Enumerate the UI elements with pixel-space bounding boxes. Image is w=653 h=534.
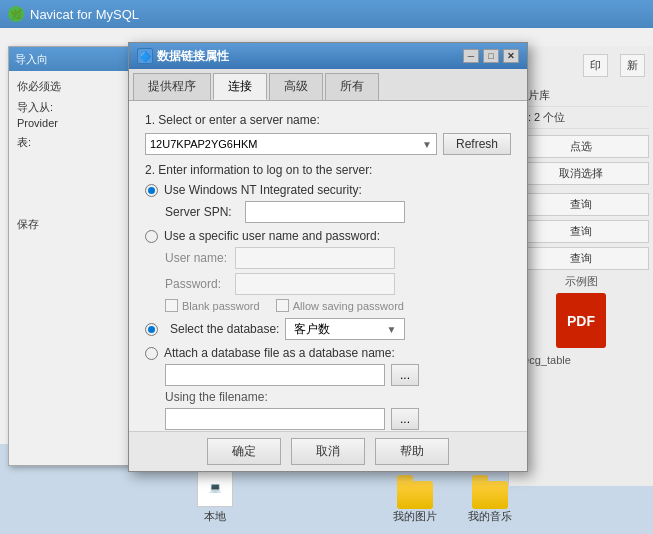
preview-label: 示例图 [513,274,649,289]
query2-btn[interactable]: 查询 [513,220,649,243]
radio-specific-user-label: Use a specific user name and password: [164,229,380,243]
radio-windows-nt[interactable] [145,184,158,197]
digit-count-label: 数: 2 个位 [513,107,649,129]
server-combo[interactable]: 12U7KPAP2YG6HKM ▼ [145,133,437,155]
spn-input[interactable] [245,201,405,223]
blank-password-item: Blank password [165,299,260,312]
navicat-icon: 🌿 [8,6,24,22]
radio-windows-nt-label: Use Windows NT Integrated security: [164,183,362,197]
query1-btn[interactable]: 查询 [513,193,649,216]
password-row: Password: [165,273,511,295]
attach-db-row: Attach a database file as a database nam… [145,346,511,360]
right-background-panel: 印 新 图片库 数: 2 个位 点选 取消选择 查询 查询 查询 示例图 PDF… [508,46,653,486]
filename-browse-btn[interactable]: ... [391,408,419,430]
allow-saving-checkbox[interactable] [276,299,289,312]
radio-attach-db[interactable] [145,347,158,360]
attach-db-label: Attach a database file as a database nam… [164,346,395,360]
username-row: User name: [165,247,511,269]
server-row: 12U7KPAP2YG6HKM ▼ Refresh [145,133,511,155]
db-row: Select the database: 客户数 ▼ [145,318,511,340]
connection-properties-dialog: 🔷 数据链接属性 ─ □ ✕ 提供程序 连接 高级 所有 1. Select o… [128,42,528,472]
server-combo-arrow: ▼ [422,139,432,150]
table-label: eecg_table [513,352,649,368]
filename-input[interactable] [165,408,385,430]
pdf-icon: PDF [556,293,606,348]
tab-bar: 提供程序 连接 高级 所有 [129,69,527,101]
spn-label: Server SPN: [165,205,245,219]
radio-windows-nt-row: Use Windows NT Integrated security: [145,183,511,197]
db-combo-arrow: ▼ [387,324,397,335]
allow-saving-label: Allow saving password [293,300,404,312]
desktop-icon-pictures: 我的图片 [380,481,450,524]
tab-provider[interactable]: 提供程序 [133,73,211,100]
tab-all[interactable]: 所有 [325,73,379,100]
select-db-label: Select the database: [170,322,279,336]
radio-select-db[interactable] [145,323,158,336]
navicat-title: Navicat for MySQL [30,7,139,22]
dialog-titlebar: 🔷 数据链接属性 ─ □ ✕ [129,43,527,69]
server-value: 12U7KPAP2YG6HKM [150,138,257,150]
import-from-label: 导入从: [17,101,53,113]
allow-saving-item: Allow saving password [276,299,404,312]
help-btn[interactable]: 帮助 [375,438,449,465]
minimize-btn[interactable]: ─ [463,49,479,63]
browse-btn[interactable]: ... [391,364,419,386]
filename-label: Using the filename: [165,390,285,404]
section1-label: 1. Select or enter a server name: [145,113,511,127]
username-input[interactable] [235,247,395,269]
filename-row: Using the filename: [165,390,511,404]
blank-password-checkbox[interactable] [165,299,178,312]
select-btn[interactable]: 点选 [513,135,649,158]
attach-input[interactable] [165,364,385,386]
password-label: Password: [165,277,235,291]
checkbox-row: Blank password Allow saving password [165,299,511,312]
desktop-icon-local: 💻 本地 [180,467,250,524]
dialog-footer: 确定 取消 帮助 [129,431,527,471]
query3-btn[interactable]: 查询 [513,247,649,270]
deselect-btn[interactable]: 取消选择 [513,162,649,185]
refresh-btn[interactable]: Refresh [443,133,511,155]
dialog-icon: 🔷 [137,48,153,64]
right-print-btn[interactable]: 印 [583,54,608,77]
import-from-value: Provider [17,117,58,129]
import-table-label: 表: [17,136,31,148]
db-value: 客户数 [294,321,330,338]
music-label: 我的音乐 [468,509,512,524]
tab-connect[interactable]: 连接 [213,73,267,100]
tab-advanced[interactable]: 高级 [269,73,323,100]
titlebar-controls: ─ □ ✕ [463,49,519,63]
ok-btn[interactable]: 确定 [207,438,281,465]
spn-row: Server SPN: [165,201,511,223]
cancel-btn[interactable]: 取消 [291,438,365,465]
right-new-btn[interactable]: 新 [620,54,645,77]
filename-input-row: ... [165,408,511,430]
library-label: 图片库 [513,85,649,107]
attach-input-row: ... [165,364,511,386]
section2-label: 2. Enter information to log on to the se… [145,163,511,177]
navicat-titlebar: 🌿 Navicat for MySQL [0,0,653,28]
maximize-btn[interactable]: □ [483,49,499,63]
dialog-body: 1. Select or enter a server name: 12U7KP… [129,101,527,474]
music-folder-icon [472,481,508,509]
db-combo[interactable]: 客户数 ▼ [285,318,405,340]
password-input[interactable] [235,273,395,295]
local-label: 本地 [204,509,226,524]
dialog-title: 数据链接属性 [157,48,229,65]
close-btn[interactable]: ✕ [503,49,519,63]
radio-specific-user[interactable] [145,230,158,243]
pictures-label: 我的图片 [393,509,437,524]
import-title: 导入向 [15,52,48,67]
radio-specific-user-row: Use a specific user name and password: [145,229,511,243]
desktop-icon-music: 我的音乐 [455,481,525,524]
blank-password-label: Blank password [182,300,260,312]
pictures-folder-icon [397,481,433,509]
username-label: User name: [165,251,235,265]
